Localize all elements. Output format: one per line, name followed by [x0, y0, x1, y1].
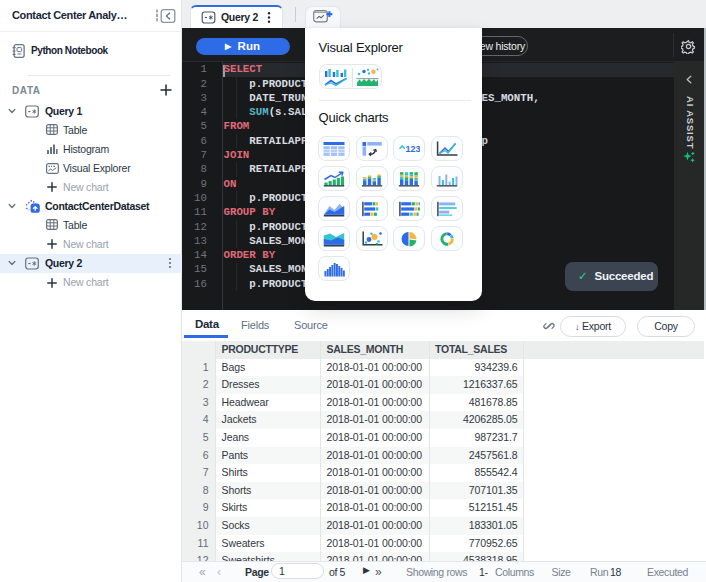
svg-text:123: 123 [406, 144, 420, 154]
